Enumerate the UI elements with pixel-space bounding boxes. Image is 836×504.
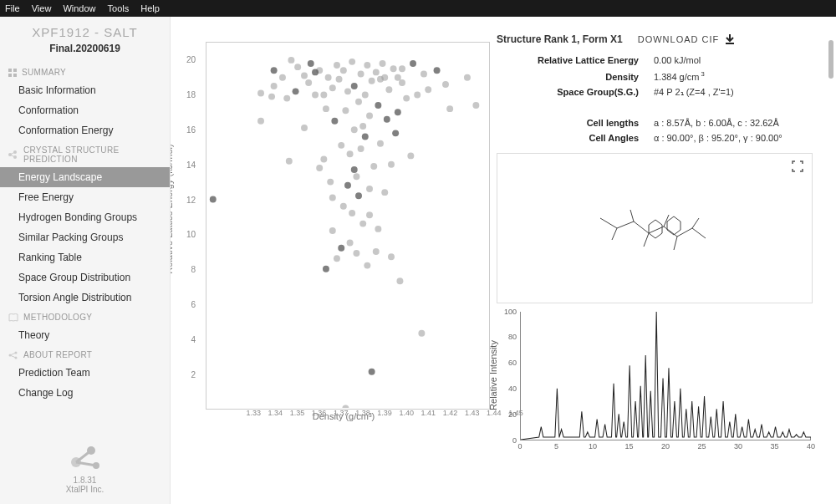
- scatter-yticks: 2468101214161820: [177, 42, 197, 410]
- company-label: XtalPI Inc.: [0, 485, 170, 494]
- svg-point-25: [279, 74, 286, 81]
- svg-point-40: [325, 74, 332, 81]
- nav-free-energy[interactable]: Free Energy: [0, 187, 170, 207]
- svg-point-93: [403, 95, 410, 102]
- svg-line-13: [10, 355, 16, 358]
- structure-title: Structure Rank 1, Form X1: [497, 33, 623, 45]
- svg-point-103: [472, 102, 479, 109]
- svg-point-32: [301, 125, 308, 131]
- svg-point-86: [388, 161, 395, 168]
- svg-point-46: [334, 255, 340, 262]
- scrollbar[interactable]: [828, 40, 833, 471]
- svg-point-60: [351, 126, 358, 133]
- menu-view[interactable]: View: [32, 3, 52, 13]
- menu-window[interactable]: Window: [63, 3, 95, 13]
- density-value: 1.384 g/cm 3: [654, 70, 705, 82]
- nav-space-group-distribution[interactable]: Space Group Distribution: [0, 267, 170, 288]
- nav-conformation-energy[interactable]: Conformation Energy: [0, 120, 170, 140]
- svg-marker-117: [649, 220, 662, 238]
- svg-point-100: [442, 81, 449, 88]
- structure-detail-panel: Structure Rank 1, Form X1 DOWNLOAD CIF R…: [488, 17, 836, 504]
- menu-file[interactable]: File: [5, 3, 20, 13]
- menu-tools[interactable]: Tools: [108, 3, 130, 13]
- svg-point-77: [373, 69, 380, 75]
- menu-help[interactable]: Help: [140, 3, 160, 13]
- grid-icon: [8, 69, 17, 77]
- scatter-plot-area[interactable]: 1.331.341.351.361.371.381.391.401.411.42…: [206, 42, 490, 410]
- nav-similar-packing-groups[interactable]: Similar Packing Groups: [0, 227, 170, 247]
- svg-point-110: [359, 123, 366, 130]
- svg-point-30: [294, 64, 301, 70]
- svg-point-24: [271, 67, 278, 74]
- svg-point-73: [366, 186, 373, 192]
- svg-point-61: [353, 173, 359, 180]
- svg-line-17: [76, 451, 91, 462]
- nav-basic-information[interactable]: Basic Information: [0, 80, 170, 100]
- svg-point-42: [329, 194, 336, 201]
- download-cif-button[interactable]: DOWNLOAD CIF: [638, 33, 737, 45]
- nav-prediction-team[interactable]: Prediction Team: [0, 363, 170, 383]
- svg-point-20: [257, 89, 264, 96]
- svg-point-96: [418, 330, 425, 337]
- rle-label: Relative Lattice Energy: [497, 55, 639, 65]
- svg-point-38: [320, 156, 327, 163]
- xrd-plot-area[interactable]: [520, 312, 811, 440]
- svg-line-12: [10, 353, 16, 355]
- structure-3d-viewer[interactable]: [497, 153, 813, 303]
- svg-point-78: [373, 248, 380, 255]
- svg-point-104: [312, 69, 319, 75]
- svg-point-49: [338, 245, 344, 252]
- svg-point-67: [359, 221, 366, 227]
- section-methodology: METHODOLOGY: [0, 308, 170, 325]
- cell-lengths-value: a : 8.57Å, b : 6.00Å, c : 32.62Å: [654, 118, 779, 128]
- svg-point-26: [283, 95, 290, 102]
- download-icon: [724, 33, 736, 45]
- nav-change-log[interactable]: Change Log: [0, 383, 170, 403]
- menubar: File View Window Tools Help: [0, 0, 836, 17]
- svg-point-84: [384, 116, 390, 123]
- svg-point-111: [366, 211, 373, 218]
- content-area: Relative Lattice Energy (kJ/mol) 2468101…: [171, 17, 836, 504]
- svg-point-90: [396, 277, 403, 284]
- nav-hydrogen-bonding-groups[interactable]: Hydrogen Bonding Groups: [0, 207, 170, 227]
- sidebar-footer: 1.8.31 XtalPI Inc.: [0, 435, 170, 504]
- rle-value: 0.00 kJ/mol: [654, 55, 701, 65]
- svg-point-48: [338, 142, 344, 149]
- svg-point-51: [342, 405, 349, 408]
- nav-theory[interactable]: Theory: [0, 325, 170, 345]
- svg-point-44: [331, 118, 338, 125]
- svg-point-65: [358, 71, 364, 78]
- section-summary: SUMMARY: [0, 63, 170, 80]
- project-subtitle: Final.20200619: [0, 43, 170, 63]
- svg-marker-118: [667, 216, 681, 235]
- nav-energy-landscape[interactable]: Energy Landscape: [0, 167, 170, 187]
- svg-point-69: [362, 133, 369, 140]
- nav-ranking-table[interactable]: Ranking Table: [0, 247, 170, 267]
- svg-point-54: [344, 182, 351, 189]
- nav-torsion-angle-distribution[interactable]: Torsion Angle Distribution: [0, 288, 170, 308]
- svg-point-88: [390, 65, 397, 72]
- cell-angles-label: Cell Angles: [497, 133, 639, 143]
- nav-conformation[interactable]: Conformation: [0, 100, 170, 120]
- svg-point-98: [425, 86, 431, 93]
- svg-point-71: [364, 262, 370, 269]
- cell-lengths-label: Cell lengths: [497, 118, 639, 128]
- molecule-icon: [8, 150, 18, 159]
- svg-point-21: [257, 118, 264, 125]
- scrollbar-thumb[interactable]: [828, 40, 833, 79]
- svg-point-109: [351, 166, 358, 173]
- svg-point-113: [381, 74, 388, 81]
- energy-landscape-scatter[interactable]: Relative Lattice Energy (kJ/mol) 2468101…: [171, 17, 488, 504]
- xrd-pattern-chart[interactable]: Relative Intensity 020406080100 05101520…: [497, 308, 813, 454]
- svg-point-53: [344, 88, 351, 94]
- svg-point-83: [381, 189, 388, 196]
- svg-point-45: [334, 62, 340, 69]
- spacegroup-label: Space Group(S.G.): [497, 87, 639, 97]
- svg-point-114: [392, 130, 399, 136]
- svg-point-107: [327, 179, 334, 186]
- fullscreen-icon[interactable]: [792, 160, 803, 175]
- svg-point-62: [353, 250, 359, 257]
- book-icon: [8, 313, 18, 322]
- svg-point-87: [388, 253, 395, 260]
- molecule-render: [584, 195, 726, 262]
